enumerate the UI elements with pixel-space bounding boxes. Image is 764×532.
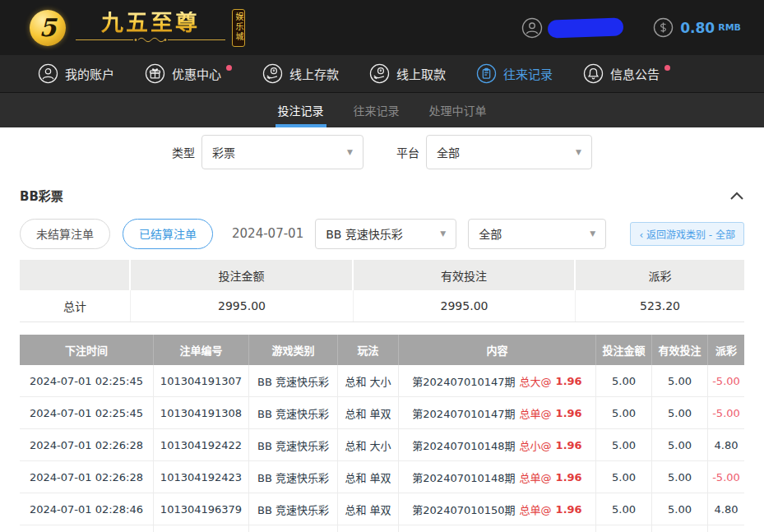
nav-item-my-account[interactable]: 我的账户	[38, 63, 114, 84]
site-logo[interactable]: 5 九五至尊 娱乐城	[30, 9, 245, 47]
tab-label: 投注记录	[278, 102, 324, 118]
summary-header-row: 投注金额 有效投注 派彩	[20, 260, 744, 290]
col-header-valid: 有效投注	[652, 335, 708, 365]
cell-content: 第202407010147期总大@1.96	[399, 365, 596, 396]
user-area: 0.80 RMB	[521, 17, 741, 39]
type-select-value: 彩票	[212, 144, 235, 160]
gift-icon	[145, 63, 165, 84]
cell-play: 总和 大小	[338, 525, 399, 532]
username-redacted[interactable]	[548, 17, 624, 38]
unsettled-bets-button[interactable]: 未结算注单	[20, 219, 110, 249]
col-header-payout: 派彩	[708, 335, 744, 365]
pill-label: 未结算注单	[36, 225, 94, 242]
nav-item-promotions[interactable]: 优惠中心	[145, 63, 232, 84]
collapse-section-button[interactable]	[729, 191, 744, 201]
date-value[interactable]: 2024-07-01	[232, 226, 303, 241]
tab-bet-records[interactable]: 投注记录	[276, 93, 326, 127]
chevron-up-icon	[729, 191, 744, 201]
col-header-content: 内容	[399, 335, 596, 365]
balance-currency: RMB	[718, 22, 741, 33]
bell-icon	[583, 63, 604, 84]
platform-filter-label: 平台	[396, 144, 419, 160]
cell-period: 第202407010148期	[412, 437, 515, 453]
all-select[interactable]: 全部 ▼	[468, 219, 606, 249]
back-to-category-button[interactable]: ‹ 返回游戏类别 - 全部	[630, 222, 744, 246]
deposit-icon	[262, 63, 283, 84]
cell-category: BB 竞速快乐彩	[249, 461, 338, 493]
brand-name: 九五至尊	[101, 12, 200, 34]
cell-play: 总和 大小	[338, 365, 399, 396]
cell-odds: 1.96	[556, 407, 582, 419]
chevron-down-icon: ▼	[576, 148, 581, 156]
cell-id: 101304192422	[154, 429, 249, 460]
section-title: BB彩票	[20, 187, 63, 204]
record-tabs: 投注记录 往来记录 处理中订单	[0, 93, 764, 127]
records-icon	[476, 63, 497, 84]
col-header-id: 注单编号	[154, 335, 249, 365]
nav-label: 我的账户	[65, 65, 114, 82]
cell-time: 2024-07-01 02:26:28	[20, 461, 154, 493]
cell-id: 101304192423	[154, 461, 249, 493]
cell-category: BB 竞速快乐彩	[249, 525, 338, 532]
cell-bet: 5.00	[596, 365, 652, 396]
cell-payout: 4.80	[708, 493, 744, 525]
summary-total-row: 总计 2995.00 2995.00 523.20	[20, 290, 744, 322]
cell-content: 第202407010150期总单@1.96	[399, 493, 596, 525]
type-select[interactable]: 彩票 ▼	[201, 135, 363, 169]
chevron-down-icon: ▼	[347, 148, 353, 156]
cell-valid: 5.00	[652, 429, 708, 460]
back-button-label: ‹ 返回游戏类别 - 全部	[639, 227, 735, 241]
cell-content: 第202407010148期总单@1.96	[399, 461, 596, 493]
subfilter-row: 未结算注单 已结算注单 2024-07-01 BB 竞速快乐彩 ▼ 全部 ▼ ‹…	[0, 218, 764, 249]
cell-odds: 1.96	[556, 375, 582, 387]
nav-item-transaction-records[interactable]: 往来记录	[476, 63, 553, 84]
logo-flourish-icon	[74, 36, 227, 44]
summary-total-label: 总计	[20, 290, 131, 322]
platform-select-value: 全部	[437, 144, 460, 160]
cell-time	[20, 525, 154, 532]
cell-time: 2024-07-01 02:28:46	[20, 493, 154, 525]
all-select-value: 全部	[479, 225, 502, 242]
logo-coin-char: 5	[39, 13, 57, 42]
table-row: 2024-07-01 02:28:46 101304196379 BB 竞速快乐…	[20, 493, 744, 525]
table-row: 2024-07-01 02:26:28 101304192422 BB 竞速快乐…	[20, 429, 744, 461]
platform-select[interactable]: 全部 ▼	[426, 135, 592, 169]
tab-pending-orders[interactable]: 处理中订单	[428, 93, 488, 127]
cell-payout: -5.00	[708, 397, 744, 428]
notification-dot	[226, 65, 232, 71]
chevron-down-icon: ▼	[440, 229, 446, 238]
cell-bet: 5.00	[596, 397, 652, 428]
settled-bets-button[interactable]: 已结算注单	[123, 219, 213, 249]
tab-transaction-records[interactable]: 往来记录	[352, 93, 401, 127]
game-select-value: BB 竞速快乐彩	[326, 225, 403, 242]
cell-valid: 5.00	[652, 365, 708, 396]
chevron-down-icon: ▼	[590, 229, 595, 238]
nav-label: 线上存款	[289, 65, 339, 82]
nav-label: 往来记录	[503, 65, 553, 82]
bets-table-body: 2024-07-01 02:25:45 101304191307 BB 竞速快乐…	[20, 365, 744, 532]
summary-total-valid: 2995.00	[354, 290, 576, 322]
bets-table-header: 下注时间 注单编号 游戏类别 玩法 内容 投注金额 有效投注 派彩	[20, 335, 744, 365]
game-select[interactable]: BB 竞速快乐彩 ▼	[315, 219, 456, 249]
cell-payout: -5.00	[708, 365, 744, 396]
cell-time: 2024-07-01 02:26:28	[20, 429, 154, 460]
nav-item-withdraw[interactable]: 线上取款	[369, 63, 446, 84]
cell-odds: 1.96	[556, 471, 582, 483]
cell-payout	[708, 525, 744, 532]
cell-category: BB 竞速快乐彩	[249, 493, 338, 525]
nav-item-announcements[interactable]: 信息公告	[583, 63, 670, 84]
balance-amount: 0.80	[680, 20, 715, 36]
cell-odds: 1.96	[556, 503, 582, 516]
cell-category: BB 竞速快乐彩	[249, 397, 338, 428]
avatar-icon[interactable]	[521, 17, 543, 39]
cell-id: 101304191307	[154, 365, 249, 396]
nav-item-deposit[interactable]: 线上存款	[262, 63, 339, 84]
table-row: 2024-07-01 02:25:45 101304191307 BB 竞速快乐…	[20, 365, 744, 397]
balance-currency-icon	[653, 17, 674, 38]
cell-pick: 总大@	[520, 373, 552, 389]
cell-id: 101304191308	[154, 397, 249, 428]
cell-time: 2024-07-01 02:25:45	[20, 397, 154, 428]
summary-total-payout: 523.20	[576, 290, 744, 322]
nav-label: 线上取款	[396, 65, 446, 82]
cell-payout: -5.00	[708, 461, 744, 493]
